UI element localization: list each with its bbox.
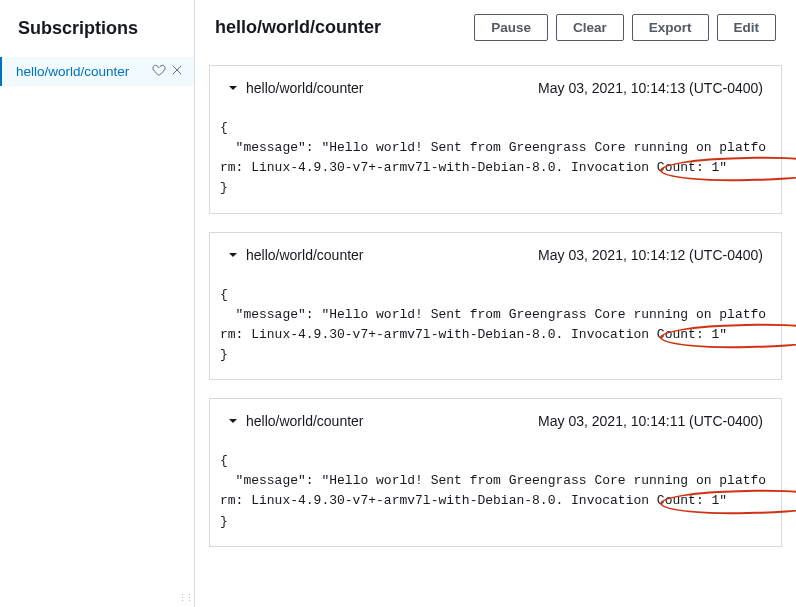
resize-handle-icon[interactable]: ⋮⋮	[178, 593, 192, 603]
message-body: { "message": "Hello world! Sent from Gre…	[210, 106, 781, 213]
clear-button[interactable]: Clear	[556, 14, 624, 41]
message-topic: hello/world/counter	[246, 80, 364, 96]
pause-button[interactable]: Pause	[474, 14, 548, 41]
message-header[interactable]: hello/world/counter May 03, 2021, 10:14:…	[210, 66, 781, 106]
subscription-item[interactable]: hello/world/counter	[0, 57, 194, 86]
message-topic: hello/world/counter	[246, 247, 364, 263]
caret-down-icon	[228, 247, 238, 263]
message-header[interactable]: hello/world/counter May 03, 2021, 10:14:…	[210, 399, 781, 439]
main-panel: hello/world/counter Pause Clear Export E…	[195, 0, 796, 607]
close-icon[interactable]	[170, 63, 184, 80]
message-card: hello/world/counter May 03, 2021, 10:14:…	[209, 65, 782, 214]
message-card: hello/world/counter May 03, 2021, 10:14:…	[209, 232, 782, 381]
toolbar: hello/world/counter Pause Clear Export E…	[195, 0, 796, 51]
message-header[interactable]: hello/world/counter May 03, 2021, 10:14:…	[210, 233, 781, 273]
message-timestamp: May 03, 2021, 10:14:11 (UTC-0400)	[538, 413, 763, 429]
caret-down-icon	[228, 413, 238, 429]
export-button[interactable]: Export	[632, 14, 709, 41]
message-body: { "message": "Hello world! Sent from Gre…	[210, 439, 781, 546]
edit-button[interactable]: Edit	[717, 14, 777, 41]
message-card: hello/world/counter May 03, 2021, 10:14:…	[209, 398, 782, 547]
message-timestamp: May 03, 2021, 10:14:13 (UTC-0400)	[538, 80, 763, 96]
message-body: { "message": "Hello world! Sent from Gre…	[210, 273, 781, 380]
topic-title: hello/world/counter	[215, 17, 466, 38]
sidebar-title: Subscriptions	[0, 14, 194, 57]
message-list: hello/world/counter May 03, 2021, 10:14:…	[195, 51, 796, 607]
message-topic: hello/world/counter	[246, 413, 364, 429]
heart-icon[interactable]	[152, 63, 166, 80]
subscriptions-sidebar: Subscriptions hello/world/counter ⋮⋮	[0, 0, 195, 607]
message-timestamp: May 03, 2021, 10:14:12 (UTC-0400)	[538, 247, 763, 263]
caret-down-icon	[228, 80, 238, 96]
subscription-label: hello/world/counter	[16, 64, 152, 79]
